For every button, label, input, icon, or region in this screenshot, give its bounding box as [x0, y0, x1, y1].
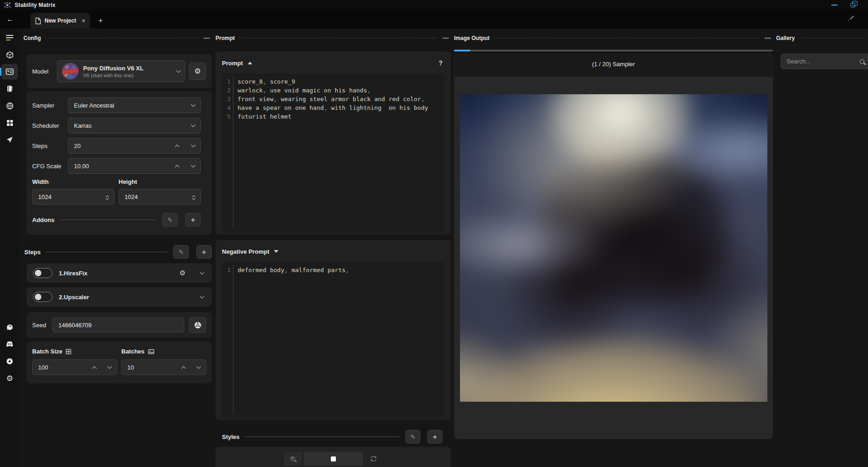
- sidebar-item-settings[interactable]: ⚙: [1, 370, 18, 386]
- generation-progress-bar: [454, 50, 773, 51]
- styles-edit-button[interactable]: ✎: [405, 430, 420, 444]
- addons-add-button[interactable]: +: [185, 213, 201, 227]
- close-icon: ×: [82, 17, 85, 24]
- stepper-icon[interactable]: [193, 194, 195, 199]
- sidebar-item-share[interactable]: [1, 132, 18, 148]
- upscaler-label: 2.Upscaler: [59, 294, 89, 301]
- module-row-hiresfix: 1.HiresFix ⚙: [27, 263, 212, 283]
- upscaler-toggle[interactable]: [33, 292, 52, 302]
- increment-icon[interactable]: [182, 366, 186, 370]
- notebook-icon: [6, 85, 13, 92]
- sidebar-item-notebook[interactable]: [1, 81, 18, 97]
- collapse-arrow-icon[interactable]: [248, 62, 252, 64]
- search-input[interactable]: [787, 58, 856, 65]
- model-select[interactable]: Pony Diffusion V6 XL V6 (start with this…: [57, 60, 185, 82]
- decrement-icon[interactable]: [197, 364, 201, 369]
- randomize-seed-button[interactable]: [189, 317, 206, 333]
- inference-icon: [6, 68, 14, 75]
- sidebar-item-discord[interactable]: [1, 336, 18, 352]
- stepper-icon[interactable]: [106, 194, 108, 199]
- model-settings-button[interactable]: ⚙: [189, 63, 206, 80]
- height-value: 1024: [125, 194, 138, 200]
- loop-generation-button[interactable]: [365, 452, 383, 466]
- pencil-icon: ✎: [410, 433, 415, 440]
- addons-label: Addons: [32, 216, 54, 223]
- sidebar-item-patreon[interactable]: [1, 319, 18, 335]
- paintbrush-icon: [846, 15, 854, 23]
- styles-add-button[interactable]: +: [427, 430, 443, 444]
- batch-size-input[interactable]: 100: [32, 359, 117, 375]
- increment-icon[interactable]: [92, 366, 97, 370]
- collapse-handle[interactable]: [443, 38, 449, 39]
- cfg-scale-input[interactable]: 10.00: [68, 158, 201, 174]
- new-tab-button[interactable]: +: [96, 16, 106, 26]
- positive-prompt-card: Prompt ? 12345score_8, score_9warlock, u…: [216, 51, 451, 234]
- minimize-button[interactable]: [831, 5, 838, 6]
- divider: [46, 251, 168, 252]
- steps-input[interactable]: 20: [68, 138, 201, 154]
- negative-prompt-editor[interactable]: 1deformed body, malformed parts,: [222, 262, 444, 418]
- tab-new-project[interactable]: New Project ×: [30, 13, 90, 28]
- decrement-icon[interactable]: [191, 163, 196, 168]
- styles-label: Styles: [222, 433, 239, 440]
- prompt-panel-title: Prompt: [216, 35, 235, 41]
- restore-button[interactable]: [851, 3, 855, 7]
- tab-close-button[interactable]: ×: [82, 17, 85, 24]
- tab-bar: ← New Project × +: [0, 10, 868, 28]
- increment-icon[interactable]: [175, 165, 180, 169]
- stop-generation-button[interactable]: [304, 452, 363, 466]
- sidebar-item-menu[interactable]: [1, 30, 18, 46]
- cfg-scale-label: CFG Scale: [32, 163, 68, 170]
- back-button[interactable]: ←: [5, 14, 16, 25]
- sidebar-item-model-browser[interactable]: [1, 98, 18, 114]
- app-window: Stability Matrix ← New Project × +: [0, 0, 868, 467]
- search-icon: [860, 59, 864, 64]
- help-button[interactable]: ?: [438, 59, 444, 67]
- image-viewer: [454, 77, 772, 439]
- collapse-handle[interactable]: [765, 38, 771, 39]
- scheduler-select[interactable]: Karras: [68, 118, 201, 133]
- gallery-search[interactable]: [781, 54, 868, 69]
- hiresfix-settings-button[interactable]: ⚙: [180, 269, 186, 277]
- collapse-arrow-icon[interactable]: [274, 250, 278, 253]
- generated-image-preview: [460, 94, 767, 402]
- sidebar-item-inference[interactable]: [1, 64, 18, 80]
- collapse-handle[interactable]: [204, 38, 210, 39]
- module-row-upscaler: 2.Upscaler: [27, 287, 212, 307]
- seed-card: Seed 1466046709: [27, 312, 212, 338]
- height-input[interactable]: 1024: [119, 189, 201, 205]
- divider: [245, 436, 400, 437]
- theme-brush-button[interactable]: [846, 15, 854, 23]
- app-title: Stability Matrix: [15, 2, 56, 8]
- hiresfix-toggle[interactable]: [33, 268, 52, 278]
- sidebar-item-checkpoints[interactable]: [1, 115, 18, 131]
- steps-label: Steps: [32, 142, 68, 149]
- seed-value: 1466046709: [58, 322, 91, 329]
- chevron-down-icon[interactable]: [200, 270, 204, 275]
- plus-icon: +: [202, 248, 206, 256]
- sampler-select[interactable]: Euler Ancestral: [68, 97, 201, 113]
- model-avatar: [62, 63, 79, 80]
- increment-icon[interactable]: [175, 144, 180, 149]
- batches-value: 10: [127, 364, 134, 371]
- plus-icon: +: [433, 433, 437, 441]
- seed-input[interactable]: 1466046709: [52, 318, 184, 332]
- image-output-title: Image Output: [454, 35, 489, 41]
- steps-edit-button[interactable]: ✎: [173, 245, 189, 259]
- addons-edit-button[interactable]: ✎: [162, 213, 178, 227]
- batches-input[interactable]: 10: [121, 359, 206, 375]
- sidebar-item-packages[interactable]: [1, 47, 18, 63]
- decrement-icon[interactable]: [191, 143, 196, 148]
- sidebar-item-downloads[interactable]: [1, 353, 18, 369]
- chevron-down-icon[interactable]: [200, 294, 204, 299]
- seed-label: Seed: [32, 322, 52, 329]
- generation-status: (1 / 20) Sampler: [454, 55, 772, 77]
- zoom-button[interactable]: [284, 452, 302, 466]
- decrement-icon[interactable]: [108, 364, 112, 369]
- width-input[interactable]: 1024: [32, 189, 114, 205]
- model-name: Pony Diffusion V6 XL: [83, 65, 172, 72]
- discord-icon: [6, 341, 14, 347]
- positive-prompt-editor[interactable]: 12345score_8, score_9warlock, use void m…: [222, 74, 444, 233]
- sampler-label: Sampler: [32, 102, 68, 109]
- steps-add-button[interactable]: +: [196, 245, 212, 259]
